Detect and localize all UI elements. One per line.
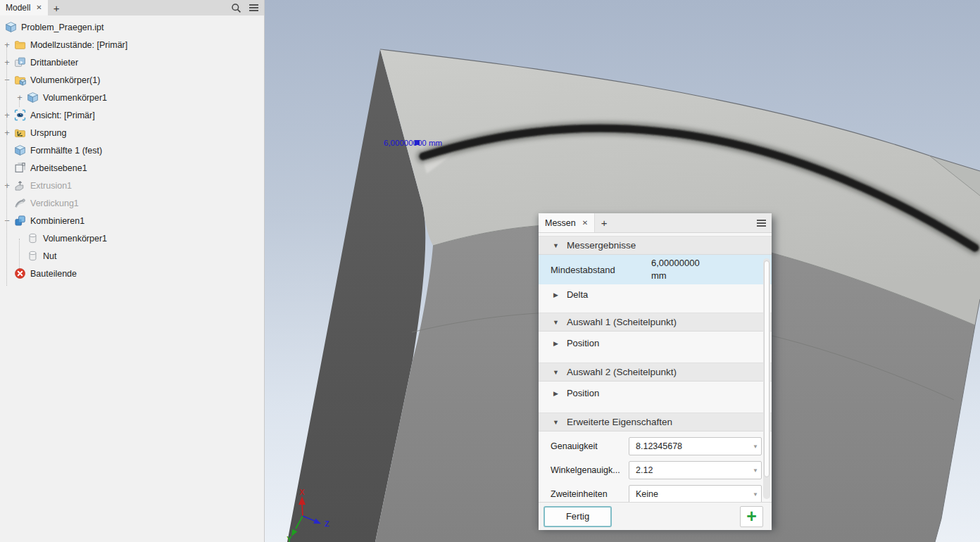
- tree-item-label: Volumenkörper(1): [30, 75, 100, 85]
- origin-folder-icon: [14, 127, 26, 139]
- axis-y-label: Y: [287, 535, 292, 542]
- tree-expander[interactable]: +: [2, 57, 12, 68]
- tree-expander[interactable]: +: [2, 110, 12, 120]
- measurement-annotation[interactable]: 6,00000000 mm: [384, 139, 442, 147]
- chevron-down-icon: ▼: [753, 491, 758, 498]
- chevron-down-icon: ▼: [553, 242, 559, 249]
- position-label: Position: [567, 338, 599, 348]
- chevron-down-icon: ▼: [753, 443, 758, 450]
- work-plane-icon: [14, 162, 26, 174]
- tree-item-drittanbieter[interactable]: + Drittanbieter: [0, 53, 264, 71]
- tree-expander[interactable]: +: [15, 92, 25, 103]
- tree-item-arbeitsebene[interactable]: Arbeitsebene1: [0, 159, 264, 177]
- plus-icon: +: [746, 508, 757, 525]
- tree-item-label: Modellzustände: [Primär]: [30, 40, 127, 50]
- chevron-down-icon: ▼: [553, 369, 559, 376]
- tree-item-label: Drittanbieter: [30, 58, 78, 68]
- tree-item-label: Kombinieren1: [30, 216, 84, 226]
- tab-messen-label: Messen: [545, 218, 576, 228]
- search-icon[interactable]: [229, 1, 243, 14]
- panel-menu-icon[interactable]: [750, 213, 772, 232]
- chevron-down-icon: ▼: [553, 319, 559, 326]
- tab-messen[interactable]: Messen ✕: [539, 213, 595, 232]
- add-tab-button[interactable]: +: [54, 3, 60, 13]
- section-title: Auswahl 1 (Scheitelpunkt): [567, 317, 677, 327]
- solid-body-cube-icon: [14, 144, 26, 156]
- solid-body-cube-icon: [27, 92, 39, 103]
- angle-precision-dropdown[interactable]: 2.12 ▼: [629, 461, 762, 479]
- tab-modell[interactable]: Modell ✕: [0, 0, 48, 15]
- section-auswahl2[interactable]: ▼ Auswahl 2 (Scheitelpunkt): [539, 363, 772, 382]
- 3d-viewport[interactable]: X Y Z 6,00000000 mm Messen ✕ +: [265, 0, 980, 542]
- tree-item-part-root[interactable]: Problem_Praegen.ipt: [0, 18, 264, 36]
- tree-item-label: Extrusion1: [30, 181, 72, 191]
- measure-panel-footer: Fertig +: [539, 502, 772, 530]
- tree-item-label: Volumenkörper1: [43, 93, 107, 103]
- tree-expander[interactable]: −: [2, 75, 12, 85]
- chevron-down-icon: ▼: [553, 419, 559, 426]
- angle-precision-field-row: Winkelgenauigk... 2.12 ▼: [539, 461, 772, 479]
- position-row-2[interactable]: ▶ Position: [539, 382, 772, 405]
- angle-precision-label: Winkelgenauigk...: [551, 465, 629, 475]
- tree-item-verdickung1[interactable]: Verdickung1: [0, 194, 264, 212]
- tree-item-extrusion1[interactable]: + Extrusion1: [0, 177, 264, 194]
- precision-value: 8.12345678: [636, 441, 682, 451]
- combine-icon: [14, 215, 26, 227]
- measure-panel: Messen ✕ + ▼ Messergebnisse Mindestabsta…: [539, 213, 772, 527]
- browser-menu-icon[interactable]: [246, 1, 260, 14]
- tree-item-bauteilende[interactable]: Bauteilende: [0, 265, 264, 282]
- tree-item-kombinieren-volumenkoerper1[interactable]: Volumenkörper1: [0, 229, 264, 247]
- tree-item-kombinieren1[interactable]: − Kombinieren1: [0, 212, 264, 229]
- min-distance-row[interactable]: Mindestabstand 6,00000000 mm: [539, 255, 772, 284]
- section-messergebnisse[interactable]: ▼ Messergebnisse: [539, 236, 772, 255]
- measurement-vertex-marker: [415, 140, 420, 145]
- position-row-1[interactable]: ▶ Position: [539, 332, 772, 355]
- panel-scrollbar[interactable]: [763, 258, 770, 499]
- tree-item-modellzustaende[interactable]: + Modellzustände: [Primär]: [0, 36, 264, 53]
- body-cylinder-icon: [27, 232, 39, 244]
- tree-expander[interactable]: +: [2, 39, 12, 50]
- tree-item-nut[interactable]: Nut: [0, 247, 264, 265]
- fertig-button[interactable]: Fertig: [544, 506, 612, 527]
- panel-scrollbar-thumb[interactable]: [764, 260, 769, 477]
- model-tree: Problem_Praegen.ipt + Modellzustände: [P…: [0, 15, 264, 282]
- tree-item-formhaelfte[interactable]: Formhälfte 1 (fest): [0, 141, 264, 159]
- add-measurement-button[interactable]: +: [740, 506, 763, 527]
- tree-expander[interactable]: +: [2, 127, 12, 138]
- section-erweiterte-eigenschaften[interactable]: ▼ Erweiterte Eigenschaften: [539, 412, 772, 431]
- dual-units-dropdown[interactable]: Keine ▼: [629, 485, 762, 503]
- measure-panel-tab-bar: Messen ✕ +: [539, 213, 772, 233]
- tree-item-label: Ansicht: [Primär]: [30, 111, 95, 120]
- tree-item-label: Arbeitsebene1: [30, 163, 87, 173]
- solid-bodies-folder-icon: [14, 74, 26, 86]
- tree-expander[interactable]: −: [2, 215, 12, 226]
- chevron-right-icon: ▶: [553, 291, 558, 298]
- add-tab-button[interactable]: +: [595, 213, 613, 232]
- tree-expander[interactable]: +: [2, 180, 12, 191]
- inventor-window: Modell ✕ + Problem_Praegen.ipt +: [0, 0, 980, 542]
- angle-precision-value: 2.12: [636, 465, 653, 475]
- part-document-icon: [5, 21, 17, 33]
- tree-item-label: Bauteilende: [30, 269, 77, 279]
- chevron-down-icon: ▼: [753, 467, 758, 474]
- folder-icon: [14, 39, 26, 51]
- tree-item-ursprung[interactable]: + Ursprung: [0, 124, 264, 141]
- precision-label: Genauigkeit: [551, 441, 629, 451]
- close-icon[interactable]: ✕: [582, 220, 588, 227]
- section-gap: [539, 355, 772, 363]
- body-cylinder-icon: [27, 250, 39, 262]
- close-icon[interactable]: ✕: [36, 4, 42, 11]
- tree-item-volumenkoerper-folder[interactable]: − Volumenkörper(1): [0, 71, 264, 89]
- delta-label: Delta: [567, 289, 588, 300]
- third-party-icon: [14, 56, 26, 68]
- delta-row[interactable]: ▶ Delta: [539, 284, 772, 305]
- min-distance-number: 6,00000000: [651, 257, 700, 270]
- precision-field-row: Genauigkeit 8.12345678 ▼: [539, 437, 772, 455]
- precision-dropdown[interactable]: 8.12345678 ▼: [629, 437, 762, 455]
- dual-units-field-row: Zweiteinheiten Keine ▼: [539, 485, 772, 503]
- chevron-right-icon: ▶: [553, 340, 558, 347]
- tree-item-volumenkoerper1[interactable]: + Volumenkörper1: [0, 89, 264, 106]
- section-title: Messergebnisse: [567, 240, 636, 251]
- section-auswahl1[interactable]: ▼ Auswahl 1 (Scheitelpunkt): [539, 313, 772, 332]
- tree-item-ansicht[interactable]: + Ansicht: [Primär]: [0, 106, 264, 124]
